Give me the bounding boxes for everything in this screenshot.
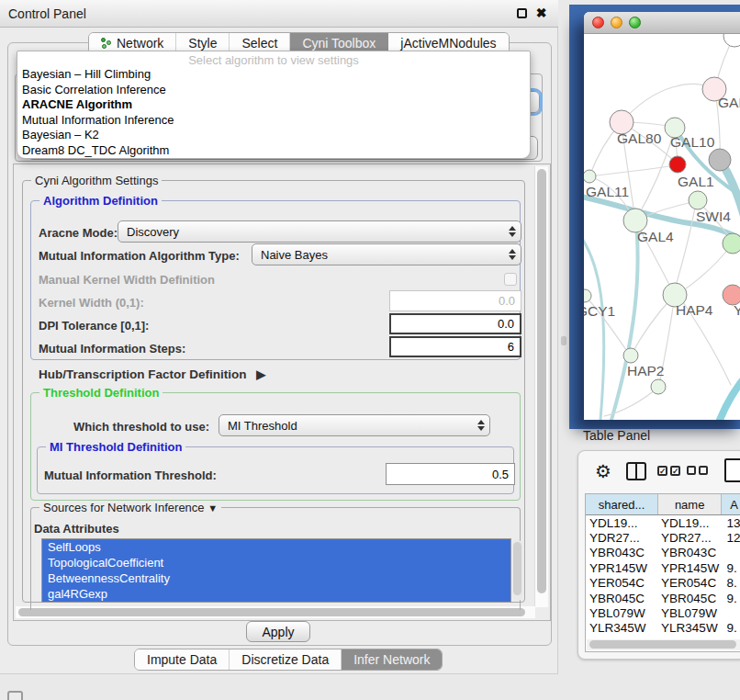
- tab-label: Style: [188, 36, 217, 51]
- table-row[interactable]: YLR345WYLR345W9.: [586, 621, 740, 636]
- table-cell[interactable]: 13: [722, 516, 740, 530]
- table-row[interactable]: YBR045CYBR045C9.: [586, 591, 740, 605]
- network-canvas[interactable]: GAL7GAL80GAL10GAL1GAL11SWI4GAL4GCY1HAP4Y…: [584, 34, 740, 420]
- table-cell[interactable]: 9.: [722, 621, 740, 635]
- mi-threshold-field[interactable]: 0.5: [386, 463, 515, 485]
- select-all-columns-icon[interactable]: ✓✓: [657, 466, 680, 476]
- table-cell[interactable]: YLR345W: [658, 621, 722, 635]
- dropdown-item[interactable]: Mutual Information Inference: [17, 113, 530, 129]
- attribute-list-item[interactable]: SelfLoops: [42, 539, 510, 555]
- aracne-mode-combo[interactable]: Discovery: [118, 220, 521, 243]
- table-cell[interactable]: 9.: [722, 561, 740, 575]
- column-header-name[interactable]: name: [658, 494, 722, 514]
- table-cell[interactable]: YBL079W: [586, 606, 658, 620]
- network-edge[interactable]: [635, 133, 674, 220]
- table-cell[interactable]: YBR045C: [658, 592, 722, 605]
- network-edge[interactable]: [622, 85, 714, 122]
- table-settings-gear-icon[interactable]: ⚙: [595, 462, 611, 480]
- table-cell[interactable]: YDL19...: [658, 516, 722, 530]
- vertical-scrollbar[interactable]: [534, 166, 548, 607]
- network-node[interactable]: [723, 233, 740, 254]
- table-cell[interactable]: YBR043C: [658, 546, 722, 559]
- column-header-partial[interactable]: A: [722, 494, 740, 514]
- tab-infer-network[interactable]: Infer Network: [342, 649, 442, 670]
- table-cell[interactable]: YDR27...: [586, 531, 658, 545]
- table-cell[interactable]: YLR345W: [586, 621, 658, 635]
- network-edge[interactable]: [584, 229, 604, 420]
- dropdown-item[interactable]: ARACNE Algorithm: [17, 97, 530, 113]
- network-edge[interactable]: [631, 298, 672, 356]
- table-cell[interactable]: YPR145W: [586, 561, 658, 575]
- table-row[interactable]: YDL19...YDL19...13: [586, 515, 740, 530]
- network-edge[interactable]: [611, 223, 638, 420]
- table-horizontal-scrollbar-thumb[interactable]: [589, 640, 736, 649]
- data-attributes-list[interactable]: SelfLoopsTopologicalCoefficientBetweenne…: [41, 538, 511, 603]
- column-layout-icon[interactable]: [626, 462, 646, 480]
- network-node[interactable]: [651, 379, 666, 394]
- table-row[interactable]: YBR043CYBR043C: [586, 546, 740, 560]
- network-node[interactable]: [584, 289, 591, 302]
- table-row[interactable]: YDR27...YDR27...12: [586, 530, 740, 545]
- kernel-width-field[interactable]: 0.0: [389, 290, 521, 311]
- tab-impute-data[interactable]: Impute Data: [135, 649, 230, 670]
- column-header-shared[interactable]: shared...: [586, 494, 658, 514]
- float-panel-icon[interactable]: [517, 8, 527, 18]
- table-cell[interactable]: YPR145W: [658, 561, 722, 575]
- table-cell[interactable]: YBL079W: [658, 606, 722, 620]
- table-cell[interactable]: 12: [722, 531, 740, 545]
- table-row[interactable]: YBL079WYBL079W: [586, 605, 740, 620]
- network-edge[interactable]: [722, 163, 740, 238]
- dpi-tolerance-field[interactable]: 0.0: [389, 313, 521, 334]
- table-row[interactable]: YER054CYER054C8.: [586, 576, 740, 591]
- spinner-arrows-icon: [477, 415, 485, 435]
- network-node[interactable]: [669, 156, 686, 173]
- network-node[interactable]: [723, 34, 740, 47]
- collapse-down-icon: ▼: [207, 502, 218, 514]
- apply-button[interactable]: Apply: [246, 621, 310, 642]
- attributes-scrollbar-thumb[interactable]: [513, 542, 521, 595]
- network-edge[interactable]: [720, 367, 740, 420]
- network-node[interactable]: [689, 191, 707, 209]
- dropdown-item[interactable]: Dream8 DC_TDC Algorithm: [17, 143, 530, 159]
- deselect-all-columns-icon[interactable]: ✓✓: [687, 466, 708, 475]
- network-edge[interactable]: [679, 243, 733, 293]
- minimize-window-icon[interactable]: [611, 17, 622, 28]
- close-window-icon[interactable]: [592, 17, 604, 28]
- new-table-icon[interactable]: [724, 458, 740, 482]
- attribute-list-item[interactable]: BetweennessCentrality: [42, 570, 510, 586]
- tab-discretize-data[interactable]: Discretize Data: [230, 649, 342, 670]
- splitter-handle[interactable]: [561, 336, 566, 345]
- manual-kernel-checkbox[interactable]: [504, 273, 517, 286]
- network-node[interactable]: [709, 149, 731, 171]
- network-edge[interactable]: [589, 165, 676, 176]
- dropdown-item[interactable]: Bayesian – Hill Climbing: [17, 67, 530, 83]
- table-cell[interactable]: YBR045C: [586, 592, 658, 605]
- table-horizontal-scrollbar[interactable]: [587, 639, 740, 650]
- table-cell[interactable]: 8.: [722, 576, 740, 590]
- attributes-scrollbar[interactable]: [512, 540, 522, 601]
- attribute-list-item[interactable]: gal4RGexp: [42, 586, 510, 602]
- collapsed-panel-icon[interactable]: [7, 691, 23, 700]
- table-cell[interactable]: YBR043C: [586, 546, 658, 559]
- hub-definition-toggle[interactable]: Hub/Transcription Factor Definition ▶: [39, 367, 265, 381]
- network-edge[interactable]: [673, 203, 696, 295]
- zoom-window-icon[interactable]: [629, 17, 641, 28]
- table-cell[interactable]: YER054C: [658, 576, 722, 590]
- group-title: Cyni Algorithm Settings: [31, 174, 162, 187]
- dropdown-item[interactable]: Bayesian – K2: [17, 128, 530, 143]
- table-cell[interactable]: YER054C: [586, 576, 658, 590]
- mi-type-combo[interactable]: Naive Bayes: [252, 243, 521, 265]
- network-node[interactable]: [623, 348, 638, 363]
- mi-steps-field[interactable]: 6: [389, 336, 521, 357]
- table-row[interactable]: YPR145WYPR145W9.: [586, 560, 740, 575]
- table-cell[interactable]: 9.: [722, 592, 740, 605]
- sources-toggle[interactable]: Sources for Network Inference ▼: [39, 501, 221, 514]
- vertical-scrollbar-thumb[interactable]: [537, 169, 546, 593]
- dropdown-item[interactable]: Basic Correlation Inference: [17, 83, 530, 98]
- attribute-list-item[interactable]: TopologicalCoefficient: [42, 555, 510, 570]
- table-cell[interactable]: YDR27...: [658, 531, 722, 545]
- close-icon[interactable]: ✖: [535, 7, 547, 19]
- table-cell[interactable]: YDL19...: [586, 516, 658, 530]
- which-threshold-combo[interactable]: MI Threshold: [219, 414, 490, 436]
- network-node[interactable]: [584, 170, 596, 183]
